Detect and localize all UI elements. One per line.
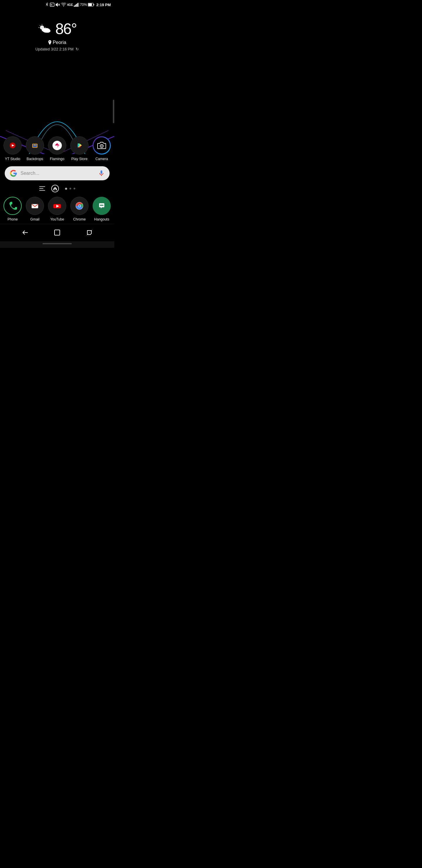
svg-rect-5 (75, 5, 76, 7)
weather-location: Peoria (6, 40, 108, 45)
weather-temperature: 86° (55, 20, 77, 37)
app-camera-label: Camera (96, 157, 108, 161)
page-indicators (65, 188, 75, 190)
svg-point-62 (101, 205, 102, 206)
svg-rect-11 (88, 3, 92, 6)
bluetooth-icon (45, 2, 49, 7)
home-button-nav[interactable] (51, 228, 64, 239)
page-dot-3 (73, 188, 75, 189)
backdrops-icon (26, 136, 44, 155)
app-backdrops[interactable]: Backdrops (25, 136, 45, 161)
svg-rect-4 (74, 6, 75, 7)
bottom-navigation (0, 224, 114, 241)
svg-rect-46 (39, 186, 45, 187)
dock-hangouts[interactable]: Hangouts (92, 197, 112, 221)
svg-point-63 (102, 205, 103, 206)
system-nav-row (0, 183, 114, 194)
svg-point-61 (100, 205, 101, 206)
scroll-indicator (113, 100, 114, 123)
dock-gmail[interactable]: Gmail (25, 197, 45, 221)
wallpaper-area (0, 57, 114, 133)
gmail-icon (26, 197, 44, 215)
mute-icon (55, 2, 60, 7)
dock-row: Phone Gmail YouTube (0, 194, 114, 224)
svg-rect-33 (33, 146, 37, 147)
status-bar: N 4GE 70% (0, 0, 114, 8)
svg-rect-31 (33, 144, 35, 146)
svg-rect-6 (76, 4, 77, 7)
nfc-icon: N (50, 3, 55, 7)
home-button[interactable] (51, 184, 59, 193)
app-flamingo[interactable]: Flamingo (47, 136, 67, 161)
app-row: YT Studio Backdrops Flami (0, 133, 114, 164)
weather-widget[interactable]: 86° Peoria Updated 3/22 2:16 PM ↻ (0, 8, 114, 57)
back-button[interactable] (18, 228, 32, 238)
yt-studio-icon (3, 136, 22, 155)
dock-hangouts-label: Hangouts (94, 217, 109, 221)
page-dot-2 (69, 188, 71, 189)
status-icons: N 4GE 70% (45, 2, 111, 7)
google-search-bar[interactable]: Search... (5, 166, 109, 180)
page-dot-1 (65, 188, 67, 190)
recents-button[interactable] (83, 228, 96, 239)
svg-point-45 (101, 145, 103, 147)
hangouts-icon (93, 197, 111, 215)
play-store-icon (70, 136, 89, 155)
voice-search-icon[interactable] (98, 170, 105, 177)
youtube-icon (48, 197, 66, 215)
chrome-icon (70, 197, 89, 215)
svg-line-17 (39, 25, 40, 26)
svg-rect-64 (55, 230, 60, 235)
status-time: 2:19 PM (96, 3, 111, 7)
svg-point-21 (45, 29, 51, 33)
phone-icon (3, 197, 22, 215)
dock-gmail-label: Gmail (30, 217, 39, 221)
app-play-store[interactable]: Play Store (69, 136, 89, 161)
app-camera[interactable]: Camera (92, 136, 112, 161)
svg-rect-48 (39, 190, 45, 191)
network-type: 4GE (67, 3, 73, 6)
svg-point-59 (78, 205, 80, 207)
svg-rect-47 (39, 188, 43, 189)
dock-youtube[interactable]: YouTube (47, 197, 67, 221)
search-bar-container: Search... (0, 164, 114, 183)
dock-chrome-label: Chrome (73, 217, 86, 221)
svg-rect-32 (35, 144, 37, 146)
dock-phone[interactable]: Phone (3, 197, 23, 221)
camera-icon (94, 137, 110, 154)
battery-percent: 70% (80, 3, 87, 7)
svg-rect-7 (77, 3, 78, 7)
search-placeholder: Search... (21, 170, 95, 176)
menu-icon[interactable] (39, 186, 45, 191)
weather-updated: Updated 3/22 2:16 PM ↻ (6, 47, 108, 51)
weather-condition-icon (38, 24, 52, 34)
camera-icon-wrap (93, 136, 111, 155)
app-yt-studio-label: YT Studio (5, 157, 20, 161)
svg-text:N: N (51, 3, 53, 6)
app-yt-studio[interactable]: YT Studio (3, 136, 23, 161)
location-pin-icon (48, 40, 52, 45)
svg-rect-8 (78, 3, 79, 7)
google-logo (9, 169, 18, 178)
signal-icon (74, 3, 79, 7)
home-indicator (42, 243, 72, 244)
dock-chrome[interactable]: Chrome (69, 197, 89, 221)
dock-phone-label: Phone (8, 217, 18, 221)
app-backdrops-label: Backdrops (27, 157, 43, 161)
app-flamingo-label: Flamingo (50, 157, 64, 161)
app-play-store-label: Play Store (71, 157, 87, 161)
flamingo-icon (48, 136, 66, 155)
wifi-icon (61, 3, 66, 7)
battery-icon (88, 3, 94, 6)
dock-youtube-label: YouTube (50, 217, 64, 221)
svg-rect-10 (93, 4, 94, 6)
